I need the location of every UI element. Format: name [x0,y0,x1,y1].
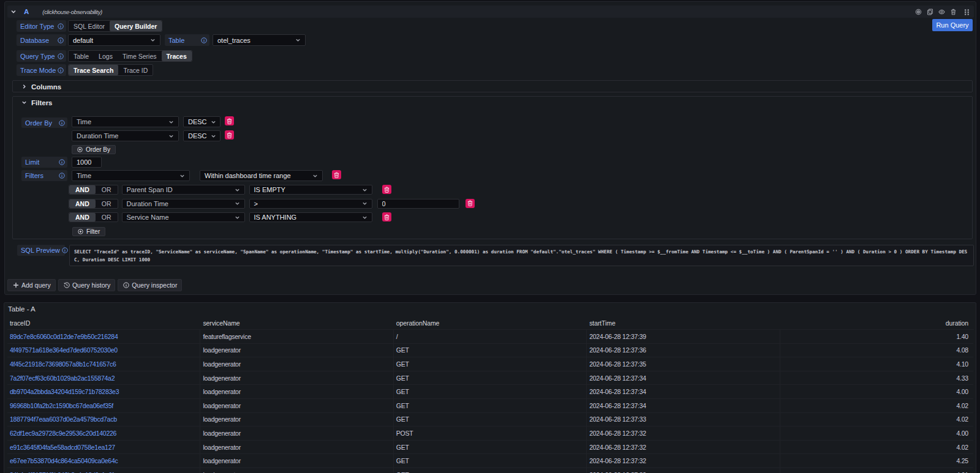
trace-id-link[interactable]: 7a2f07ecf63c60b1029ab2ac155874a2 [7,371,200,385]
table-cell: 2024-06-28 12:37:36 [587,344,780,358]
chevron-down-icon [235,215,240,220]
columns-section-header[interactable]: Columns [13,81,972,92]
condition-field-select[interactable]: Duration Time [122,199,245,209]
order-by-direction-select[interactable]: DESC [183,116,221,127]
table-cell: GET [394,468,587,473]
column-header-traceID[interactable]: traceID [7,316,200,330]
table-cell: 4.25 [780,454,973,468]
remove-condition-button[interactable] [382,185,391,194]
trace-id-link[interactable]: 4f45c21918c73698057a8b1c741657c6 [7,357,200,371]
chevron-down-icon [211,119,216,125]
query-type-option-time-series[interactable]: Time Series [118,51,162,61]
add-query-button[interactable]: Add query [7,279,56,291]
table-cell: 2024-06-28 12:37:34 [587,371,780,385]
info-icon[interactable] [58,67,64,73]
order-by-direction-select[interactable]: DESC [183,130,221,141]
query-row-header[interactable]: A (clickhouse-observability) [7,6,974,18]
trace-mode-option-trace-id[interactable]: Trace ID [118,65,153,75]
column-header-startTime[interactable]: startTime [587,316,780,330]
table-row: 89dc7e8c6060c0d12de7e9b50c216284featuref… [7,330,974,344]
add-filter-button[interactable]: Filter [72,227,105,236]
trace-mode-option-trace-search[interactable]: Trace Search [69,65,118,75]
filters-section-header[interactable]: Filters [13,97,972,108]
add-order-by-button[interactable]: Order By [72,145,116,154]
order-by-label-row: Order By [21,117,67,128]
table-select[interactable]: otel_traces [213,34,306,46]
trace-id-link[interactable]: 84b4e4f81571f9b942b3a4e13d9c1a6f [7,468,200,473]
editor-type-option-query-builder[interactable]: Query Builder [110,21,162,31]
join-option-and[interactable]: AND [69,199,96,208]
join-option-or[interactable]: OR [96,213,118,222]
remove-filter-button[interactable] [332,170,341,179]
trace-id-link[interactable]: 96968b10fa2b2c1590bc67dea06ef35f [7,399,200,413]
condition-field-select[interactable]: Service Name [122,212,245,222]
join-option-or[interactable]: OR [96,185,118,194]
chevron-down-icon [235,187,240,193]
trace-id-link[interactable]: e67ee7b53870d4c864ca50409ca0e64c [7,454,200,468]
column-header-operationName[interactable]: operationName [394,316,587,330]
trace-id-link[interactable]: 4f497571a618e364ed7ded60752030e0 [7,344,200,358]
chevron-down-icon [168,133,174,139]
database-select[interactable]: default [68,34,160,46]
trace-id-link[interactable]: 89dc7e8c6060c0d12de7e9b50c216284 [7,330,200,344]
query-inspector-button[interactable]: Query inspector [118,279,182,291]
join-option-and[interactable]: AND [69,213,96,222]
table-cell: 4.00 [780,385,973,399]
info-icon[interactable] [59,173,65,179]
trace-id-link[interactable]: e91c3645f04fa5e58adcd0758e1ea127 [7,441,200,455]
order-by-field-select[interactable]: Duration Time [72,130,179,141]
editor-type-radio-group: SQL EditorQuery Builder [68,20,162,32]
query-type-option-traces[interactable]: Traces [162,51,192,61]
column-header-duration[interactable]: duration [780,316,973,330]
info-icon[interactable] [59,159,65,165]
table-row: 84b4e4f81571f9b942b3a4e13d9c1a6floadgene… [7,468,974,473]
limit-input[interactable] [72,157,102,168]
info-icon[interactable] [58,53,64,59]
eye-icon[interactable] [938,8,945,15]
info-icon[interactable] [58,37,64,43]
run-query-button[interactable]: Run Query [932,19,973,31]
trace-mode-row: Trace Mode Trace SearchTrace ID [17,64,153,76]
chevron-down-icon[interactable] [10,9,17,15]
condition-operator-select[interactable]: > [249,199,372,209]
table-cell: 2024-06-28 12:37:32 [587,426,780,441]
trash-icon[interactable] [950,8,957,15]
condition-value-input[interactable] [377,199,459,209]
remove-condition-button[interactable] [466,199,475,208]
info-icon[interactable] [58,23,64,29]
filter-time-range-select[interactable]: Within dashboard time range [200,170,323,181]
query-type-label: Query Type [17,50,66,62]
join-option-or[interactable]: OR [96,199,118,208]
editor-type-option-sql-editor[interactable]: SQL Editor [69,21,110,31]
trace-mode-radio-group: Trace SearchTrace ID [68,64,153,76]
limit-label: Limit [21,157,67,168]
info-icon[interactable] [62,247,68,253]
trace-id-link[interactable]: db9704a2bbda34204d159c71b78283e3 [7,385,200,399]
condition-field-select[interactable]: Parent Span ID [122,185,245,195]
table-cell: 2024-06-28 12:37:32 [587,441,780,455]
join-option-and[interactable]: AND [69,185,96,194]
record-icon[interactable] [915,8,922,15]
condition-operator-select[interactable]: IS EMPTY [249,185,372,195]
table-cell: GET [394,371,587,385]
table-body: 89dc7e8c6060c0d12de7e9b50c216284featuref… [7,330,974,473]
condition-operator-select[interactable]: IS ANYTHING [249,212,372,222]
info-icon[interactable] [201,37,207,43]
table-row: 4f497571a618e364ed7ded60752030e0loadgene… [7,344,974,358]
column-header-serviceName[interactable]: serviceName [200,316,393,330]
order-by-field-select[interactable]: Time [72,116,179,127]
query-type-option-logs[interactable]: Logs [94,51,118,61]
copy-icon[interactable] [927,8,933,15]
drag-handle-icon[interactable] [963,8,970,15]
table-cell: loadgenerator [200,371,393,385]
filter-time-field-select[interactable]: Time [72,170,190,181]
info-icon[interactable] [59,120,65,126]
query-history-button[interactable]: Query history [58,279,115,291]
remove-condition-button[interactable] [382,212,391,222]
query-type-option-table[interactable]: Table [69,51,94,61]
remove-order-by-button[interactable] [225,130,234,140]
table-cell: 4.02 [780,413,973,427]
remove-order-by-button[interactable] [225,116,234,125]
trace-id-link[interactable]: 1887794f7eaa6037d0e2a4579bcd7acb [7,413,200,427]
trace-id-link[interactable]: 62df1ec9a29728c9e29536c20d140226 [7,426,200,441]
